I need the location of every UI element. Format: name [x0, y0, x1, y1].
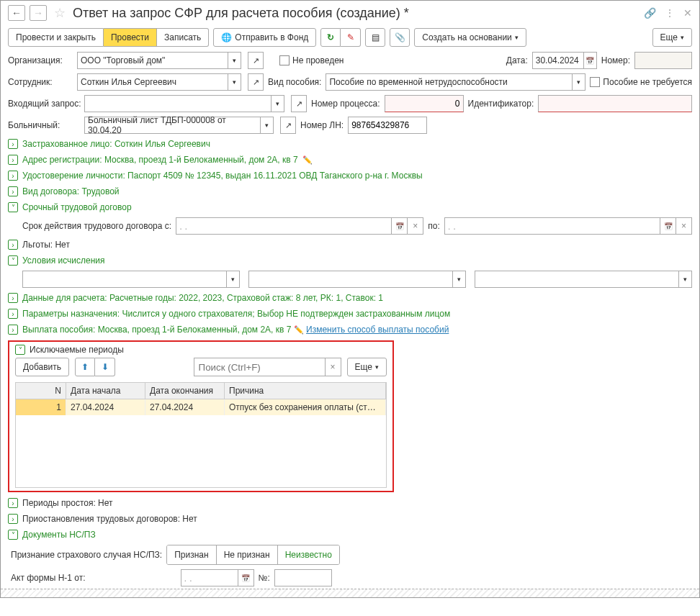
write-button[interactable]: Записать: [157, 28, 209, 47]
contract-type-section[interactable]: Вид договора: Трудовой: [22, 186, 120, 196]
nav-back-button[interactable]: ←: [8, 5, 25, 21]
incoming-request-field[interactable]: [84, 95, 272, 112]
expand-icon[interactable]: ›: [8, 325, 18, 335]
col-n-header[interactable]: N: [16, 383, 66, 399]
chevron-down-icon[interactable]: ▾: [227, 271, 240, 288]
expand-icon[interactable]: ›: [8, 139, 18, 149]
calendar-icon[interactable]: [660, 217, 676, 235]
act-date-field[interactable]: [181, 569, 238, 586]
create-based-on-button[interactable]: Создать на основании: [414, 28, 526, 47]
pencil-icon[interactable]: [302, 155, 313, 165]
act-form-label: Акт формы Н-1 от:: [11, 573, 86, 583]
add-button[interactable]: Добавить: [15, 358, 69, 376]
incoming-request-dropdown-icon[interactable]: ▾: [272, 95, 284, 112]
sick-list-open-button[interactable]: ↗: [280, 117, 296, 134]
process-number-field[interactable]: [385, 95, 464, 112]
more-button[interactable]: Еще: [652, 28, 692, 47]
document-icon-button[interactable]: ▤: [365, 28, 385, 47]
expand-icon[interactable]: ›: [8, 240, 18, 250]
incoming-request-open-button[interactable]: ↗: [291, 95, 307, 112]
collapse-icon[interactable]: ˅: [8, 530, 18, 540]
registration-address-section[interactable]: Адрес регистрации: Москва, проезд 1-й Бе…: [22, 155, 298, 165]
clear-search-button[interactable]: ×: [326, 358, 341, 376]
idle-periods-section[interactable]: Периоды простоя: Нет: [22, 498, 113, 508]
benefit-not-needed-checkbox[interactable]: [590, 77, 600, 87]
organization-field[interactable]: ООО "Торговый дом": [77, 52, 228, 69]
expand-icon[interactable]: ›: [8, 498, 18, 508]
calendar-icon[interactable]: [392, 217, 408, 235]
contract-from-date-field[interactable]: [176, 217, 392, 235]
expand-icon[interactable]: ›: [8, 514, 18, 524]
expand-icon[interactable]: ›: [8, 155, 18, 165]
magic-wand-button[interactable]: ✎: [341, 28, 361, 47]
expand-icon[interactable]: ›: [8, 309, 18, 319]
benefits-section[interactable]: Льготы: Нет: [22, 240, 70, 250]
not-recognized-toggle[interactable]: Не признан: [217, 545, 278, 564]
clear-date-button[interactable]: ×: [408, 217, 423, 235]
send-to-fund-button[interactable]: Отправить в Фонд: [213, 28, 316, 47]
calculation-data-section[interactable]: Данные для расчета: Расчетные годы: 2022…: [22, 293, 383, 303]
identity-document-section[interactable]: Удостоверение личности: Паспорт 4509 № 1…: [22, 171, 423, 181]
organization-dropdown-icon[interactable]: ▾: [228, 52, 241, 69]
search-input[interactable]: [194, 358, 326, 376]
ln-number-field[interactable]: [348, 117, 427, 134]
contract-to-date-field[interactable]: [444, 217, 660, 235]
excluded-periods-section[interactable]: Исключаемые периоды: [30, 345, 124, 355]
nav-forward-button[interactable]: →: [30, 5, 47, 21]
ns-case-label: Признание страхового случая НС/ПЗ:: [11, 550, 162, 560]
act-number-field[interactable]: [274, 569, 332, 586]
employee-field[interactable]: Соткин Илья Сергеевич: [77, 73, 228, 91]
move-down-button[interactable]: ⬇: [95, 358, 115, 376]
kebab-menu-icon[interactable]: ⋮: [665, 7, 675, 19]
condition-3-field[interactable]: [475, 271, 679, 288]
sick-list-dropdown-icon[interactable]: ▾: [261, 117, 274, 134]
date-field[interactable]: 30.04.2024: [532, 52, 584, 69]
insured-person-section[interactable]: Застрахованное лицо: Соткин Илья Сергеев…: [22, 139, 210, 149]
collapse-icon[interactable]: ˅: [15, 345, 25, 355]
expand-icon[interactable]: ›: [8, 171, 18, 181]
condition-1-field[interactable]: [22, 271, 227, 288]
identifier-field[interactable]: [538, 95, 692, 112]
table-row[interactable]: 1 27.04.2024 27.04.2024 Отпуск без сохра…: [16, 399, 386, 415]
col-end-header[interactable]: Дата окончания: [145, 383, 225, 399]
expand-icon[interactable]: ›: [8, 293, 18, 303]
recognized-toggle[interactable]: Признан: [167, 545, 216, 564]
unknown-toggle[interactable]: Неизвестно: [278, 545, 339, 564]
post-button[interactable]: Провести: [104, 28, 157, 47]
chevron-down-icon[interactable]: ▾: [453, 271, 466, 288]
condition-2-field[interactable]: [248, 271, 453, 288]
favorite-star-icon[interactable]: ☆: [54, 5, 66, 21]
employee-dropdown-icon[interactable]: ▾: [228, 73, 241, 91]
ns-documents-section[interactable]: Документы НС/ПЗ: [22, 530, 96, 540]
calendar-icon[interactable]: [238, 569, 254, 586]
benefit-type-dropdown-icon[interactable]: ▾: [573, 73, 585, 91]
clear-date-button[interactable]: ×: [676, 217, 692, 235]
table-more-button[interactable]: Еще: [347, 358, 387, 376]
benefit-type-field[interactable]: Пособие по временной нетрудоспособности: [326, 73, 573, 91]
col-reason-header[interactable]: Причина: [225, 383, 386, 399]
attach-button[interactable]: 📎: [390, 28, 410, 47]
number-field[interactable]: [634, 52, 692, 69]
fixed-term-contract-section[interactable]: Срочный трудовой договор: [22, 202, 132, 212]
pencil-icon[interactable]: [294, 325, 304, 335]
close-icon[interactable]: ✕: [683, 7, 692, 19]
change-payment-method-link[interactable]: Изменить способ выплаты пособий: [306, 325, 449, 335]
collapse-icon[interactable]: ˅: [8, 202, 18, 212]
calculation-conditions-section[interactable]: Условия исчисления: [22, 255, 105, 266]
payment-section[interactable]: Выплата пособия: Москва, проезд 1-й Бело…: [22, 325, 449, 335]
suspensions-section[interactable]: Приостановления трудовых договоров: Нет: [22, 514, 197, 524]
assignment-params-section[interactable]: Параметры назначения: Числится у одного …: [22, 309, 450, 319]
col-start-header[interactable]: Дата начала: [66, 383, 145, 399]
chevron-down-icon[interactable]: ▾: [679, 271, 692, 288]
expand-icon[interactable]: ›: [8, 186, 18, 196]
date-label: Дата:: [506, 55, 528, 65]
link-icon[interactable]: 🔗: [644, 7, 656, 19]
collapse-icon[interactable]: ˅: [8, 255, 18, 266]
refresh-button[interactable]: ↻: [320, 28, 341, 47]
date-calendar-icon[interactable]: [584, 52, 597, 69]
employee-open-button[interactable]: ↗: [248, 73, 264, 91]
organization-open-button[interactable]: ↗: [248, 52, 264, 69]
sick-list-field[interactable]: Больничный лист ТДБП-000008 от 30.04.20: [84, 117, 261, 134]
post-and-close-button[interactable]: Провести и закрыть: [8, 28, 104, 47]
move-up-button[interactable]: ⬆: [75, 358, 95, 376]
